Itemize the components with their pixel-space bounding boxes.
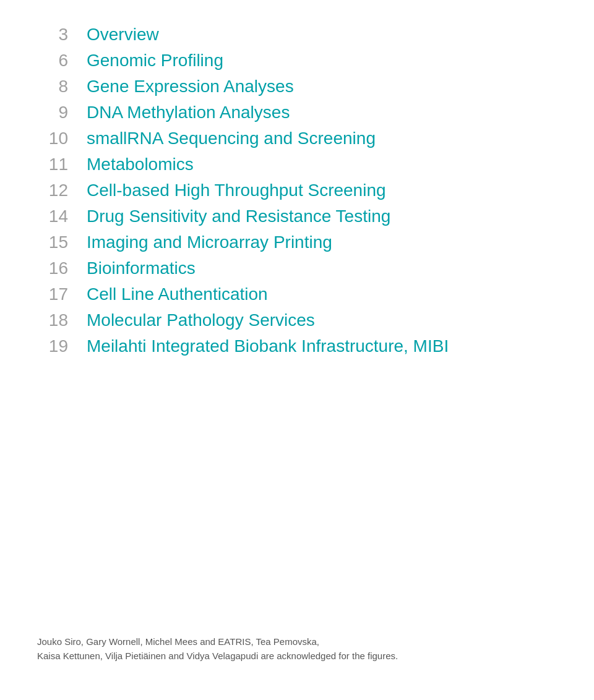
footer-line2: Kaisa Kettunen, Vilja Pietiäinen and Vid… <box>37 649 557 664</box>
toc-number: 19 <box>37 336 87 356</box>
toc-number: 14 <box>37 207 87 226</box>
toc-label: Imaging and Microarray Printing <box>87 233 332 252</box>
toc-entry: 12Cell-based High Throughput Screening <box>37 181 557 200</box>
toc-number: 15 <box>37 233 87 252</box>
toc-number: 6 <box>37 51 87 70</box>
toc-label: smallRNA Sequencing and Screening <box>87 129 376 148</box>
toc-entry: 10smallRNA Sequencing and Screening <box>37 129 557 148</box>
toc-number: 17 <box>37 284 87 304</box>
toc-number: 10 <box>37 129 87 148</box>
toc-label: Overview <box>87 25 159 45</box>
footer: Jouko Siro, Gary Wornell, Michel Mees an… <box>37 635 557 663</box>
toc-label: Cell Line Authentication <box>87 284 268 304</box>
toc-label: Genomic Profiling <box>87 51 223 70</box>
toc-label: DNA Methylation Analyses <box>87 103 290 122</box>
footer-line1: Jouko Siro, Gary Wornell, Michel Mees an… <box>37 636 319 647</box>
toc-entry: 11Metabolomics <box>37 155 557 174</box>
toc-entry: 15Imaging and Microarray Printing <box>37 233 557 252</box>
toc-label: Bioinformatics <box>87 258 196 278</box>
toc-entry: 9DNA Methylation Analyses <box>37 103 557 122</box>
toc-entry: 16Bioinformatics <box>37 258 557 278</box>
toc-number: 16 <box>37 258 87 278</box>
table-of-contents: 3Overview6Genomic Profiling8Gene Express… <box>0 0 594 387</box>
toc-label: Cell-based High Throughput Screening <box>87 181 386 200</box>
toc-number: 8 <box>37 77 87 96</box>
toc-label: Molecular Pathology Services <box>87 310 315 330</box>
toc-label: Meilahti Integrated Biobank Infrastructu… <box>87 336 449 356</box>
footer-text: Jouko Siro, Gary Wornell, Michel Mees an… <box>37 635 557 663</box>
toc-entry: 19Meilahti Integrated Biobank Infrastruc… <box>37 336 557 356</box>
toc-number: 12 <box>37 181 87 200</box>
toc-entry: 8Gene Expression Analyses <box>37 77 557 96</box>
toc-number: 18 <box>37 310 87 330</box>
toc-number: 9 <box>37 103 87 122</box>
toc-label: Drug Sensitivity and Resistance Testing <box>87 207 390 226</box>
toc-label: Metabolomics <box>87 155 194 174</box>
toc-entry: 17Cell Line Authentication <box>37 284 557 304</box>
toc-entry: 6Genomic Profiling <box>37 51 557 70</box>
toc-entry: 18Molecular Pathology Services <box>37 310 557 330</box>
toc-entry: 14Drug Sensitivity and Resistance Testin… <box>37 207 557 226</box>
toc-number: 11 <box>37 155 87 174</box>
toc-number: 3 <box>37 25 87 45</box>
toc-entry: 3Overview <box>37 25 557 45</box>
toc-label: Gene Expression Analyses <box>87 77 294 96</box>
